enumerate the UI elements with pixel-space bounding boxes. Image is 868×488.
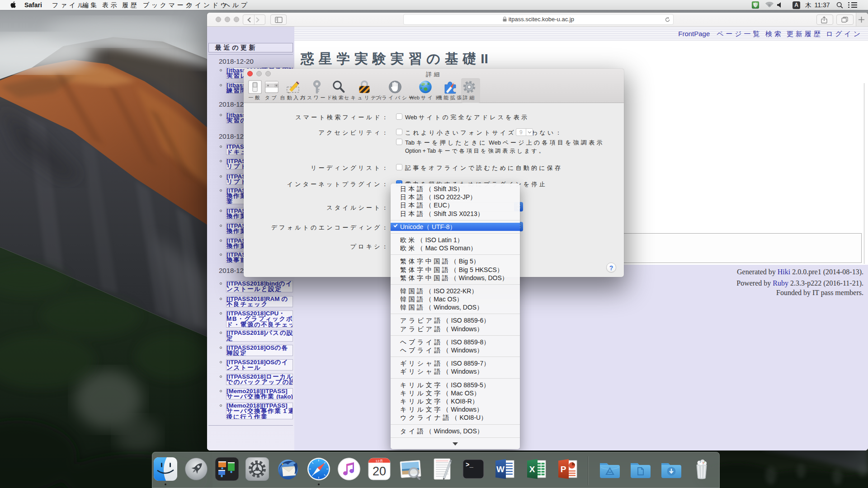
svg-text:P: P xyxy=(561,465,566,474)
svg-text:12月: 12月 xyxy=(376,459,383,463)
svg-text:X: X xyxy=(529,465,535,474)
svg-text:20: 20 xyxy=(373,465,386,478)
svg-text:>_: >_ xyxy=(466,461,473,469)
svg-text:W: W xyxy=(496,465,505,474)
